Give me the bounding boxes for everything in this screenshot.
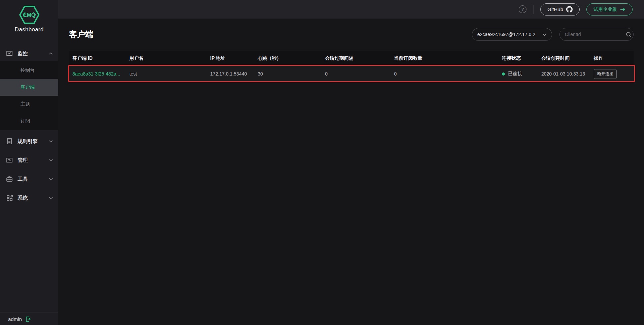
- github-button-label: GitHub: [547, 6, 563, 12]
- sidebar-item-label: 监控: [18, 51, 28, 57]
- chevron-down-icon: [49, 178, 53, 180]
- github-icon: [566, 6, 573, 12]
- app-title: Dashboard: [0, 26, 58, 33]
- submenu-label: 控制台: [21, 67, 35, 73]
- chevron-down-icon: [542, 33, 547, 36]
- col-created-at: 会话创建时间: [538, 51, 590, 65]
- system-icon: [6, 195, 13, 201]
- username: admin: [8, 316, 22, 322]
- help-icon[interactable]: ?: [519, 5, 526, 13]
- sidebar-item-tools[interactable]: 工具: [0, 171, 58, 187]
- sidebar-item-monitor[interactable]: 监控: [0, 46, 58, 61]
- table-row: 8aea8a31-3f25-482a... test 172.17.0.1:53…: [69, 65, 634, 82]
- emq-logo-icon: EMQ: [19, 5, 40, 24]
- client-id-link[interactable]: 8aea8a31-3f25-482a...: [72, 71, 120, 77]
- try-enterprise-label: 试用企业版: [593, 6, 617, 12]
- page-title: 客户端: [69, 29, 93, 40]
- col-session-expiry: 会话过期间隔: [322, 51, 391, 65]
- disconnect-button[interactable]: 断开连接: [594, 69, 617, 79]
- col-username: 用户名: [126, 51, 207, 65]
- sidebar-item-system[interactable]: 系统: [0, 190, 58, 206]
- col-client-id: 客户端 ID: [69, 51, 126, 65]
- help-glyph: ?: [521, 7, 524, 12]
- client-search: [559, 28, 634, 41]
- sidebar-item-management[interactable]: 管理: [0, 152, 58, 168]
- sidebar-item-label: 规则引擎: [18, 138, 38, 145]
- cell-subscriptions: 0: [391, 65, 498, 82]
- cell-created-at: 2020-01-03 10:33:13: [538, 65, 590, 82]
- cell-status: 已连接: [498, 65, 538, 82]
- emqx-dashboard-page: { "colors": { "accent": "#34c388", "anno…: [0, 0, 644, 325]
- sidebar-footer: admin: [0, 313, 58, 325]
- chevron-down-icon: [49, 140, 53, 143]
- cell-username: test: [126, 65, 207, 82]
- chevron-up-icon: [49, 52, 53, 55]
- cell-actions: 断开连接: [590, 65, 634, 82]
- sidebar-item-label: 工具: [18, 176, 28, 182]
- status-label: 已连接: [508, 71, 522, 76]
- cell-ip: 172.17.0.1:53440: [207, 65, 254, 82]
- table-header-row: 客户端 ID 用户名 IP 地址 心跳（秒） 会话过期间隔 当前订阅数量 连接状…: [69, 51, 634, 65]
- header-controls: e2cae92c1697@172.17.0.2: [472, 28, 634, 41]
- col-actions: 操作: [590, 51, 634, 65]
- sidebar-item-label: 系统: [18, 195, 28, 201]
- client-search-input[interactable]: [565, 32, 626, 37]
- col-ip: IP 地址: [207, 51, 254, 65]
- try-enterprise-button[interactable]: 试用企业版: [586, 3, 633, 16]
- tools-icon: [6, 176, 13, 182]
- sidebar-item-clients[interactable]: 客户端: [0, 79, 58, 96]
- submenu-label: 主题: [21, 101, 30, 107]
- connected-dot-icon: [502, 72, 505, 76]
- chevron-down-icon: [49, 159, 53, 161]
- cell-heartbeat: 30: [254, 65, 322, 82]
- node-select-value: e2cae92c1697@172.17.0.2: [477, 32, 535, 37]
- sidebar-item-overview[interactable]: 控制台: [0, 62, 58, 79]
- arrow-right-icon: [620, 7, 625, 11]
- sidebar-item-rule-engine[interactable]: 规则引擎: [0, 134, 58, 149]
- sidebar-menu: 监控 控制台 客户端 主题 订阅 规则引擎 管理: [0, 46, 58, 313]
- main-content: 客户端 e2cae92c1697@172.17.0.2: [58, 19, 644, 325]
- col-status: 连接状态: [498, 51, 538, 65]
- monitor-icon: [6, 50, 13, 57]
- col-heartbeat: 心跳（秒）: [254, 51, 322, 65]
- node-select[interactable]: e2cae92c1697@172.17.0.2: [472, 28, 552, 41]
- sidebar-item-topics[interactable]: 主题: [0, 96, 58, 113]
- chevron-down-icon: [49, 197, 53, 199]
- rule-engine-icon: [6, 138, 13, 145]
- logo: EMQ Dashboard: [0, 0, 58, 36]
- svg-text:EMQ: EMQ: [23, 12, 35, 18]
- main-header: 客户端 e2cae92c1697@172.17.0.2: [58, 19, 644, 41]
- search-icon[interactable]: [626, 32, 632, 37]
- submenu-label: 客户端: [21, 84, 35, 90]
- col-subscriptions: 当前订阅数量: [391, 51, 498, 65]
- topbar-divider: [533, 5, 534, 14]
- submenu-label: 订阅: [21, 118, 30, 124]
- logout-icon[interactable]: [25, 316, 31, 322]
- clients-table-wrap: 客户端 ID 用户名 IP 地址 心跳（秒） 会话过期间隔 当前订阅数量 连接状…: [69, 51, 634, 82]
- sidebar: EMQ Dashboard 监控 控制台 客户端 主题 订阅 规则引擎: [0, 0, 58, 325]
- cell-session-expiry: 0: [322, 65, 391, 82]
- clients-table: 客户端 ID 用户名 IP 地址 心跳（秒） 会话过期间隔 当前订阅数量 连接状…: [69, 51, 634, 82]
- monitor-submenu: 控制台 客户端 主题 订阅: [0, 61, 58, 130]
- github-button[interactable]: GitHub: [540, 3, 580, 16]
- sidebar-item-label: 管理: [18, 157, 28, 164]
- topbar: ? GitHub 试用企业版: [58, 0, 644, 19]
- management-icon: [6, 157, 13, 164]
- sidebar-item-subscriptions[interactable]: 订阅: [0, 113, 58, 129]
